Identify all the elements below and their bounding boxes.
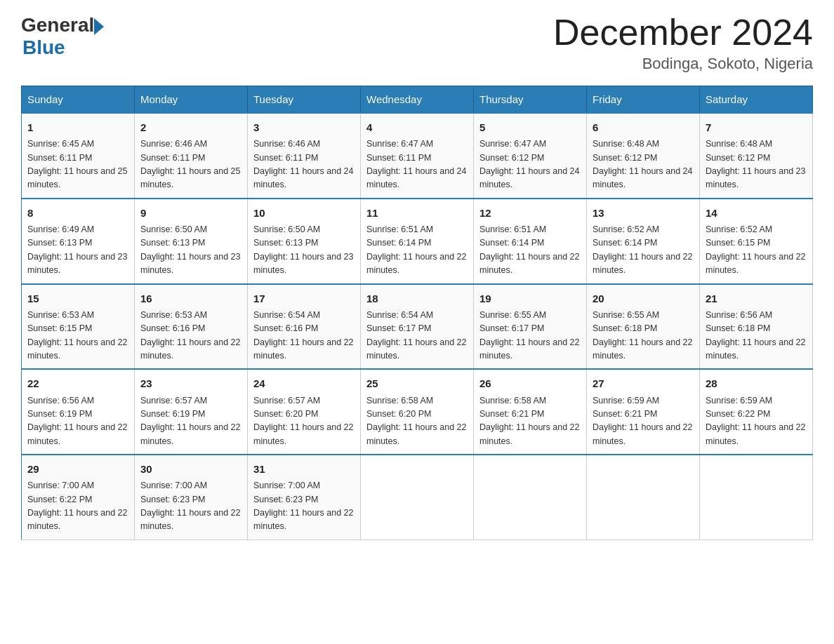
- day-cell: 9Sunrise: 6:50 AMSunset: 6:13 PMDaylight…: [135, 199, 248, 284]
- header-monday: Monday: [135, 86, 248, 114]
- day-cell: 5Sunrise: 6:47 AMSunset: 6:12 PMDaylight…: [474, 113, 587, 199]
- day-info: Sunrise: 6:58 AMSunset: 6:21 PMDaylight:…: [479, 394, 581, 449]
- day-info: Sunrise: 6:46 AMSunset: 6:11 PMDaylight:…: [253, 137, 355, 192]
- day-info: Sunrise: 7:00 AMSunset: 6:23 PMDaylight:…: [140, 479, 241, 534]
- day-info: Sunrise: 6:53 AMSunset: 6:16 PMDaylight:…: [140, 309, 241, 363]
- day-cell: 31Sunrise: 7:00 AMSunset: 6:23 PMDayligh…: [248, 455, 361, 539]
- week-row-2: 8Sunrise: 6:49 AMSunset: 6:13 PMDaylight…: [22, 199, 813, 284]
- day-number: 2: [140, 119, 241, 135]
- day-number: 18: [366, 290, 468, 307]
- header-friday: Friday: [587, 86, 700, 114]
- day-number: 21: [706, 290, 807, 307]
- day-cell: 23Sunrise: 6:57 AMSunset: 6:19 PMDayligh…: [135, 369, 248, 455]
- day-cell: 4Sunrise: 6:47 AMSunset: 6:11 PMDaylight…: [361, 113, 474, 199]
- day-cell: 15Sunrise: 6:53 AMSunset: 6:15 PMDayligh…: [22, 284, 135, 370]
- day-info: Sunrise: 6:49 AMSunset: 6:13 PMDaylight:…: [27, 223, 128, 278]
- day-info: Sunrise: 6:59 AMSunset: 6:22 PMDaylight:…: [706, 394, 807, 449]
- month-year-title: December 2024: [553, 14, 813, 51]
- day-info: Sunrise: 6:50 AMSunset: 6:13 PMDaylight:…: [253, 223, 355, 278]
- day-info: Sunrise: 6:59 AMSunset: 6:21 PMDaylight:…: [593, 394, 694, 449]
- day-cell: 24Sunrise: 6:57 AMSunset: 6:20 PMDayligh…: [248, 369, 361, 455]
- day-number: 13: [593, 205, 694, 221]
- week-row-5: 29Sunrise: 7:00 AMSunset: 6:22 PMDayligh…: [22, 455, 813, 539]
- week-row-4: 22Sunrise: 6:56 AMSunset: 6:19 PMDayligh…: [22, 369, 813, 455]
- day-info: Sunrise: 6:52 AMSunset: 6:14 PMDaylight:…: [593, 223, 694, 278]
- title-section: December 2024 Bodinga, Sokoto, Nigeria: [553, 14, 813, 73]
- day-info: Sunrise: 6:52 AMSunset: 6:15 PMDaylight:…: [706, 223, 807, 278]
- day-number: 14: [706, 205, 807, 221]
- day-number: 11: [366, 205, 468, 221]
- day-number: 26: [479, 375, 581, 391]
- logo-general-text: General: [21, 14, 94, 36]
- day-cell: 26Sunrise: 6:58 AMSunset: 6:21 PMDayligh…: [474, 369, 587, 455]
- day-number: 4: [366, 119, 468, 135]
- day-number: 10: [253, 205, 355, 221]
- day-number: 5: [479, 119, 581, 135]
- day-info: Sunrise: 6:46 AMSunset: 6:11 PMDaylight:…: [140, 137, 241, 192]
- day-info: Sunrise: 6:47 AMSunset: 6:11 PMDaylight:…: [366, 137, 468, 192]
- day-cell: [587, 455, 700, 539]
- header-wednesday: Wednesday: [361, 86, 474, 114]
- day-info: Sunrise: 6:54 AMSunset: 6:17 PMDaylight:…: [366, 309, 468, 363]
- header-saturday: Saturday: [700, 86, 813, 114]
- day-cell: 28Sunrise: 6:59 AMSunset: 6:22 PMDayligh…: [700, 369, 813, 455]
- day-cell: 18Sunrise: 6:54 AMSunset: 6:17 PMDayligh…: [361, 284, 474, 370]
- header-thursday: Thursday: [474, 86, 587, 114]
- day-info: Sunrise: 6:54 AMSunset: 6:16 PMDaylight:…: [253, 309, 355, 363]
- day-info: Sunrise: 6:51 AMSunset: 6:14 PMDaylight:…: [366, 223, 468, 278]
- day-info: Sunrise: 6:50 AMSunset: 6:13 PMDaylight:…: [140, 223, 241, 278]
- day-number: 19: [479, 290, 581, 307]
- day-info: Sunrise: 6:51 AMSunset: 6:14 PMDaylight:…: [479, 223, 581, 278]
- day-number: 31: [253, 461, 355, 477]
- day-info: Sunrise: 6:55 AMSunset: 6:18 PMDaylight:…: [593, 309, 694, 363]
- day-cell: 25Sunrise: 6:58 AMSunset: 6:20 PMDayligh…: [361, 369, 474, 455]
- day-info: Sunrise: 6:53 AMSunset: 6:15 PMDaylight:…: [27, 309, 128, 363]
- day-info: Sunrise: 6:58 AMSunset: 6:20 PMDaylight:…: [366, 394, 468, 449]
- day-info: Sunrise: 7:00 AMSunset: 6:22 PMDaylight:…: [27, 479, 128, 534]
- day-info: Sunrise: 6:47 AMSunset: 6:12 PMDaylight:…: [479, 137, 581, 192]
- day-cell: [474, 455, 587, 539]
- day-number: 17: [253, 290, 355, 307]
- day-info: Sunrise: 6:57 AMSunset: 6:19 PMDaylight:…: [140, 394, 241, 449]
- day-info: Sunrise: 6:56 AMSunset: 6:19 PMDaylight:…: [27, 394, 128, 449]
- day-number: 16: [140, 290, 241, 307]
- logo-blue-text: Blue: [22, 36, 104, 59]
- day-number: 15: [27, 290, 128, 307]
- weekday-header-row: SundayMondayTuesdayWednesdayThursdayFrid…: [22, 86, 813, 114]
- day-number: 1: [27, 119, 128, 135]
- day-number: 9: [140, 205, 241, 221]
- day-number: 28: [706, 375, 807, 391]
- day-cell: 29Sunrise: 7:00 AMSunset: 6:22 PMDayligh…: [22, 455, 135, 539]
- day-cell: 6Sunrise: 6:48 AMSunset: 6:12 PMDaylight…: [587, 113, 700, 199]
- day-number: 12: [479, 205, 581, 221]
- day-info: Sunrise: 6:48 AMSunset: 6:12 PMDaylight:…: [593, 137, 694, 192]
- day-info: Sunrise: 6:55 AMSunset: 6:17 PMDaylight:…: [479, 309, 581, 363]
- header-sunday: Sunday: [22, 86, 135, 114]
- day-number: 6: [593, 119, 694, 135]
- day-cell: 13Sunrise: 6:52 AMSunset: 6:14 PMDayligh…: [587, 199, 700, 284]
- day-info: Sunrise: 6:48 AMSunset: 6:12 PMDaylight:…: [706, 137, 807, 192]
- logo: General Blue: [21, 14, 104, 59]
- day-cell: 10Sunrise: 6:50 AMSunset: 6:13 PMDayligh…: [248, 199, 361, 284]
- day-number: 22: [27, 375, 128, 391]
- day-cell: 30Sunrise: 7:00 AMSunset: 6:23 PMDayligh…: [135, 455, 248, 539]
- day-cell: 1Sunrise: 6:45 AMSunset: 6:11 PMDaylight…: [22, 113, 135, 199]
- day-cell: 22Sunrise: 6:56 AMSunset: 6:19 PMDayligh…: [22, 369, 135, 455]
- day-cell: 7Sunrise: 6:48 AMSunset: 6:12 PMDaylight…: [700, 113, 813, 199]
- day-cell: [361, 455, 474, 539]
- day-cell: 27Sunrise: 6:59 AMSunset: 6:21 PMDayligh…: [587, 369, 700, 455]
- day-number: 29: [27, 461, 128, 477]
- week-row-3: 15Sunrise: 6:53 AMSunset: 6:15 PMDayligh…: [22, 284, 813, 370]
- day-number: 24: [253, 375, 355, 391]
- day-info: Sunrise: 6:57 AMSunset: 6:20 PMDaylight:…: [253, 394, 355, 449]
- day-cell: [700, 455, 813, 539]
- day-cell: 8Sunrise: 6:49 AMSunset: 6:13 PMDaylight…: [22, 199, 135, 284]
- day-info: Sunrise: 6:56 AMSunset: 6:18 PMDaylight:…: [706, 309, 807, 363]
- calendar-table: SundayMondayTuesdayWednesdayThursdayFrid…: [21, 86, 813, 540]
- day-number: 27: [593, 375, 694, 391]
- day-cell: 20Sunrise: 6:55 AMSunset: 6:18 PMDayligh…: [587, 284, 700, 370]
- day-number: 20: [593, 290, 694, 307]
- day-cell: 19Sunrise: 6:55 AMSunset: 6:17 PMDayligh…: [474, 284, 587, 370]
- day-cell: 12Sunrise: 6:51 AMSunset: 6:14 PMDayligh…: [474, 199, 587, 284]
- day-number: 25: [366, 375, 468, 391]
